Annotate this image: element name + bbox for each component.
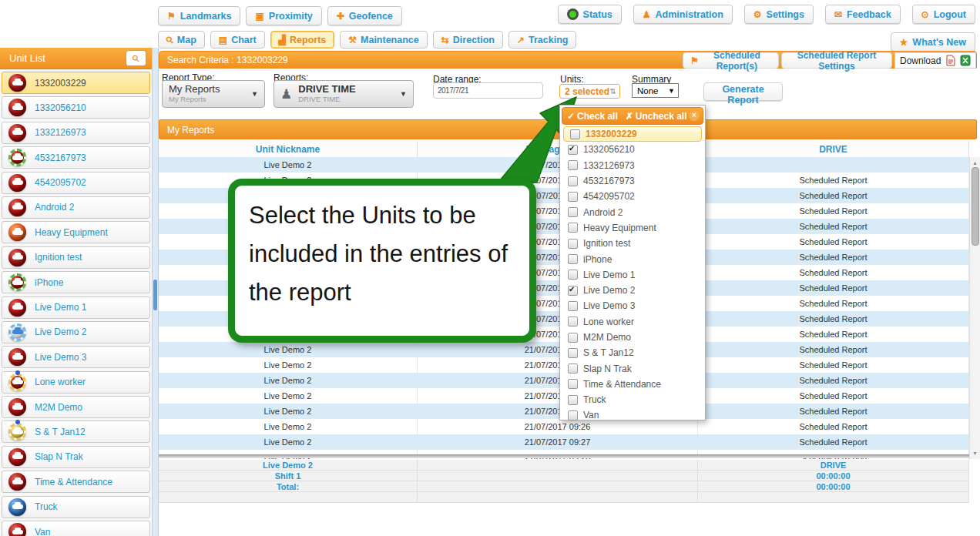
- unit-option[interactable]: Live Demo 1: [562, 267, 703, 283]
- unit-checkbox[interactable]: [568, 145, 578, 155]
- tab[interactable]: ↗ Tracking: [508, 31, 576, 49]
- utility-button[interactable]: Status: [558, 5, 622, 24]
- unit-checkbox[interactable]: [568, 379, 578, 389]
- unit-option[interactable]: Time & Attendance: [562, 377, 703, 392]
- unit-list-item[interactable]: Truck: [2, 496, 150, 518]
- unit-checkbox[interactable]: [568, 160, 578, 170]
- uncheck-all-button[interactable]: ✗ Uncheck all: [626, 111, 687, 122]
- scroll-down-icon[interactable]: ▼: [970, 451, 980, 456]
- unit-checkbox[interactable]: [568, 301, 578, 311]
- unit-option[interactable]: iPhone: [562, 251, 703, 266]
- unit-option[interactable]: Live Demo 2: [562, 283, 703, 298]
- table-row[interactable]: Live Demo 2 21/07/2017 09:27 Scheduled R…: [159, 434, 969, 450]
- utility-button[interactable]: ♟ Administration: [633, 5, 733, 24]
- unit-list-item[interactable]: Ignition test: [2, 246, 150, 269]
- utility-button[interactable]: ⊙ Logout: [912, 5, 975, 24]
- unit-list-item[interactable]: 4542095702: [2, 172, 150, 194]
- unit-list-item[interactable]: 1332126973: [2, 122, 150, 144]
- date-range-input[interactable]: 2017/7/21: [433, 82, 543, 99]
- utility-button[interactable]: ⚙ Settings: [744, 5, 814, 24]
- unit-search-button[interactable]: ⚲: [126, 50, 146, 66]
- unit-option-label: 1332056210: [583, 144, 635, 155]
- unit-checkbox[interactable]: [568, 223, 578, 233]
- unit-list-item[interactable]: Live Demo 1: [2, 296, 150, 319]
- unit-checkbox[interactable]: [568, 254, 578, 264]
- generate-report-label: Generate Report: [722, 84, 764, 106]
- unit-list-item[interactable]: M2M Demo: [2, 396, 150, 418]
- unit-list-item[interactable]: Slap N Trak: [2, 446, 150, 468]
- scrollbar-thumb[interactable]: [972, 167, 979, 246]
- unit-option[interactable]: 1332126973: [562, 158, 703, 173]
- unit-list-item[interactable]: Heavy Equipment: [2, 221, 150, 243]
- unit-option[interactable]: Van: [562, 407, 703, 423]
- unit-checkbox[interactable]: [568, 317, 578, 327]
- unit-checkbox[interactable]: [568, 395, 578, 405]
- unit-list-item[interactable]: 4532167973: [2, 146, 150, 169]
- unit-list-item[interactable]: Android 2: [2, 196, 150, 219]
- tab[interactable]: ⇆ Direction: [433, 31, 503, 49]
- unit-option[interactable]: S & T Jan12: [562, 345, 703, 360]
- units-dropdown: ✓ Check all ✗ Uncheck all × 1332003229 1…: [559, 105, 706, 420]
- unit-checkbox[interactable]: [568, 333, 578, 343]
- unit-list-item[interactable]: 1332056210: [2, 96, 150, 119]
- unit-option[interactable]: 4532167973: [562, 173, 703, 189]
- unit-option[interactable]: 1332003229: [563, 126, 702, 142]
- unit-option[interactable]: Truck: [562, 392, 703, 407]
- check-all-button[interactable]: ✓ Check all: [567, 111, 618, 122]
- tab[interactable]: ⚒ Maintenance: [340, 31, 427, 49]
- summary-select[interactable]: None ▼: [632, 83, 679, 98]
- unit-checkbox[interactable]: [568, 176, 578, 186]
- generate-report-button[interactable]: Generate Report: [703, 82, 783, 101]
- tab[interactable]: ▟ Reports: [270, 31, 334, 49]
- close-icon[interactable]: ×: [689, 110, 700, 121]
- unit-list-item[interactable]: Lone worker: [2, 371, 150, 394]
- nav-button[interactable]: ⚑ Landmarks: [158, 6, 240, 25]
- unit-checkbox[interactable]: [568, 348, 578, 358]
- scroll-up-icon[interactable]: ▲: [970, 160, 980, 166]
- unit-list-item[interactable]: Van: [2, 521, 150, 536]
- tab[interactable]: ▤ Chart: [210, 31, 265, 49]
- reports-select[interactable]: ♟ DRIVE TIME DRIVE TIME ▼: [274, 80, 414, 108]
- utility-button[interactable]: ✉ Feedback: [825, 5, 901, 24]
- vertical-scrollbar[interactable]: ▲ ▼: [969, 157, 980, 459]
- unit-checkbox[interactable]: [568, 363, 578, 374]
- summary-cell-middle: [418, 492, 698, 502]
- unit-checkbox[interactable]: [568, 410, 578, 420]
- nav-button[interactable]: ✚ Geofence: [327, 6, 402, 25]
- unit-list-item[interactable]: 1332003229: [2, 72, 150, 94]
- unit-option[interactable]: Ignition test: [562, 236, 703, 251]
- scheduled-reports-button[interactable]: ⚑ Scheduled Report(s): [683, 52, 779, 69]
- summary-cell-right: 00:00:00: [698, 481, 969, 491]
- unit-checkbox[interactable]: [568, 207, 578, 217]
- unit-option-label: Live Demo 1: [583, 270, 635, 280]
- unit-list-item[interactable]: Live Demo 2: [2, 321, 150, 343]
- unit-option[interactable]: M2M Demo: [562, 330, 703, 345]
- unit-list-item[interactable]: iPhone: [2, 271, 150, 293]
- units-select[interactable]: 2 selected ⇅: [559, 84, 620, 99]
- unit-list-item[interactable]: Time & Attendance: [2, 471, 150, 493]
- unit-option[interactable]: Slap N Trak: [562, 360, 703, 376]
- unit-checkbox[interactable]: [568, 286, 578, 296]
- unit-option[interactable]: Android 2: [562, 204, 703, 219]
- unit-checkbox[interactable]: [568, 239, 578, 249]
- scheduled-report-settings-button[interactable]: Scheduled Report Settings: [781, 52, 892, 69]
- sidebar-scrollbar-thumb[interactable]: [153, 280, 157, 310]
- nav-button[interactable]: ▣ Proximity: [246, 6, 321, 25]
- tab[interactable]: ⚲ Map: [158, 31, 205, 49]
- cell-report-type: Scheduled Report: [698, 203, 969, 219]
- unit-checkbox[interactable]: [570, 129, 580, 139]
- unit-checkbox[interactable]: [568, 192, 578, 202]
- unit-checkbox[interactable]: [568, 270, 578, 280]
- sidebar-splitter[interactable]: [152, 48, 159, 536]
- unit-option-label: 4532167973: [583, 176, 635, 186]
- unit-option[interactable]: Live Demo 3: [562, 298, 703, 313]
- download-excel-icon[interactable]: [960, 55, 971, 66]
- unit-option[interactable]: Heavy Equipment: [562, 220, 703, 236]
- unit-option[interactable]: 4542095702: [562, 189, 703, 204]
- unit-option[interactable]: 1332056210: [562, 142, 703, 157]
- unit-option[interactable]: Lone worker: [562, 314, 703, 330]
- unit-list-item[interactable]: S & T Jan12: [2, 420, 150, 443]
- unit-list-item[interactable]: Live Demo 3: [2, 346, 150, 368]
- download-pdf-icon[interactable]: [945, 55, 956, 66]
- report-type-select[interactable]: My Reports My Reports ▼: [162, 80, 265, 108]
